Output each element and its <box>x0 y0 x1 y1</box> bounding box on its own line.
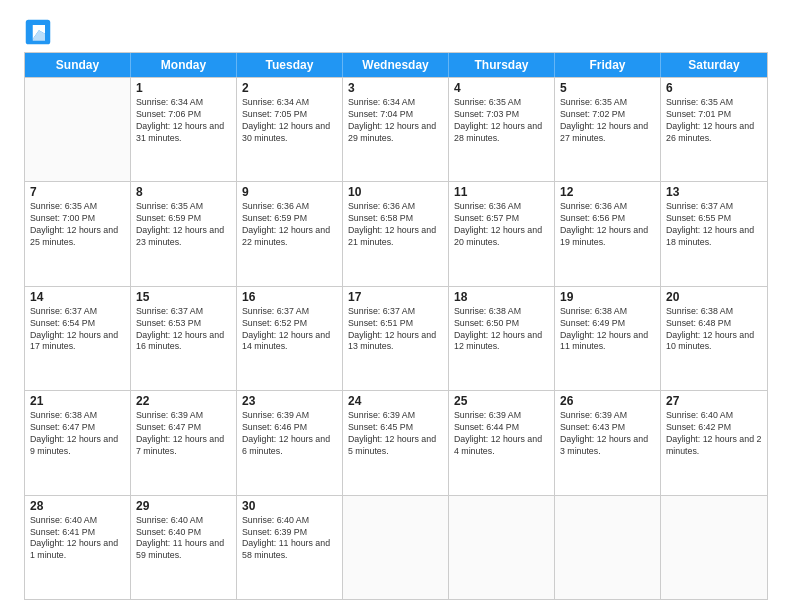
day-info: Sunrise: 6:40 AM Sunset: 6:39 PM Dayligh… <box>242 515 337 563</box>
week-row-4: 21Sunrise: 6:38 AM Sunset: 6:47 PM Dayli… <box>25 390 767 494</box>
day-number: 2 <box>242 81 337 95</box>
day-cell-9: 9Sunrise: 6:36 AM Sunset: 6:59 PM Daylig… <box>237 182 343 285</box>
day-cell-24: 24Sunrise: 6:39 AM Sunset: 6:45 PM Dayli… <box>343 391 449 494</box>
day-number: 10 <box>348 185 443 199</box>
day-cell-5: 5Sunrise: 6:35 AM Sunset: 7:02 PM Daylig… <box>555 78 661 181</box>
day-info: Sunrise: 6:37 AM Sunset: 6:52 PM Dayligh… <box>242 306 337 354</box>
day-info: Sunrise: 6:34 AM Sunset: 7:06 PM Dayligh… <box>136 97 231 145</box>
day-info: Sunrise: 6:38 AM Sunset: 6:49 PM Dayligh… <box>560 306 655 354</box>
day-number: 15 <box>136 290 231 304</box>
day-cell-empty <box>25 78 131 181</box>
header-day-friday: Friday <box>555 53 661 77</box>
day-cell-11: 11Sunrise: 6:36 AM Sunset: 6:57 PM Dayli… <box>449 182 555 285</box>
day-cell-empty <box>661 496 767 599</box>
day-info: Sunrise: 6:39 AM Sunset: 6:47 PM Dayligh… <box>136 410 231 458</box>
day-info: Sunrise: 6:40 AM Sunset: 6:40 PM Dayligh… <box>136 515 231 563</box>
day-number: 19 <box>560 290 655 304</box>
calendar-body: 1Sunrise: 6:34 AM Sunset: 7:06 PM Daylig… <box>25 77 767 599</box>
day-number: 22 <box>136 394 231 408</box>
day-info: Sunrise: 6:35 AM Sunset: 7:00 PM Dayligh… <box>30 201 125 249</box>
day-info: Sunrise: 6:37 AM Sunset: 6:51 PM Dayligh… <box>348 306 443 354</box>
day-info: Sunrise: 6:38 AM Sunset: 6:47 PM Dayligh… <box>30 410 125 458</box>
day-number: 21 <box>30 394 125 408</box>
day-info: Sunrise: 6:34 AM Sunset: 7:05 PM Dayligh… <box>242 97 337 145</box>
day-cell-2: 2Sunrise: 6:34 AM Sunset: 7:05 PM Daylig… <box>237 78 343 181</box>
week-row-1: 1Sunrise: 6:34 AM Sunset: 7:06 PM Daylig… <box>25 77 767 181</box>
day-cell-20: 20Sunrise: 6:38 AM Sunset: 6:48 PM Dayli… <box>661 287 767 390</box>
day-cell-12: 12Sunrise: 6:36 AM Sunset: 6:56 PM Dayli… <box>555 182 661 285</box>
page: SundayMondayTuesdayWednesdayThursdayFrid… <box>0 0 792 612</box>
day-number: 4 <box>454 81 549 95</box>
day-info: Sunrise: 6:35 AM Sunset: 7:01 PM Dayligh… <box>666 97 762 145</box>
day-cell-8: 8Sunrise: 6:35 AM Sunset: 6:59 PM Daylig… <box>131 182 237 285</box>
day-cell-7: 7Sunrise: 6:35 AM Sunset: 7:00 PM Daylig… <box>25 182 131 285</box>
day-number: 7 <box>30 185 125 199</box>
day-number: 24 <box>348 394 443 408</box>
week-row-2: 7Sunrise: 6:35 AM Sunset: 7:00 PM Daylig… <box>25 181 767 285</box>
day-cell-18: 18Sunrise: 6:38 AM Sunset: 6:50 PM Dayli… <box>449 287 555 390</box>
day-cell-6: 6Sunrise: 6:35 AM Sunset: 7:01 PM Daylig… <box>661 78 767 181</box>
day-number: 27 <box>666 394 762 408</box>
day-info: Sunrise: 6:39 AM Sunset: 6:45 PM Dayligh… <box>348 410 443 458</box>
day-cell-17: 17Sunrise: 6:37 AM Sunset: 6:51 PM Dayli… <box>343 287 449 390</box>
day-cell-25: 25Sunrise: 6:39 AM Sunset: 6:44 PM Dayli… <box>449 391 555 494</box>
day-cell-empty <box>343 496 449 599</box>
day-number: 8 <box>136 185 231 199</box>
day-number: 12 <box>560 185 655 199</box>
day-cell-26: 26Sunrise: 6:39 AM Sunset: 6:43 PM Dayli… <box>555 391 661 494</box>
day-number: 25 <box>454 394 549 408</box>
day-cell-28: 28Sunrise: 6:40 AM Sunset: 6:41 PM Dayli… <box>25 496 131 599</box>
day-cell-23: 23Sunrise: 6:39 AM Sunset: 6:46 PM Dayli… <box>237 391 343 494</box>
day-info: Sunrise: 6:37 AM Sunset: 6:53 PM Dayligh… <box>136 306 231 354</box>
day-info: Sunrise: 6:38 AM Sunset: 6:48 PM Dayligh… <box>666 306 762 354</box>
day-number: 1 <box>136 81 231 95</box>
day-number: 30 <box>242 499 337 513</box>
day-number: 28 <box>30 499 125 513</box>
calendar: SundayMondayTuesdayWednesdayThursdayFrid… <box>24 52 768 600</box>
day-cell-27: 27Sunrise: 6:40 AM Sunset: 6:42 PM Dayli… <box>661 391 767 494</box>
day-number: 9 <box>242 185 337 199</box>
day-info: Sunrise: 6:36 AM Sunset: 6:56 PM Dayligh… <box>560 201 655 249</box>
day-info: Sunrise: 6:38 AM Sunset: 6:50 PM Dayligh… <box>454 306 549 354</box>
day-info: Sunrise: 6:35 AM Sunset: 7:02 PM Dayligh… <box>560 97 655 145</box>
day-cell-empty <box>449 496 555 599</box>
day-number: 26 <box>560 394 655 408</box>
header-day-saturday: Saturday <box>661 53 767 77</box>
day-cell-19: 19Sunrise: 6:38 AM Sunset: 6:49 PM Dayli… <box>555 287 661 390</box>
day-info: Sunrise: 6:37 AM Sunset: 6:54 PM Dayligh… <box>30 306 125 354</box>
day-cell-21: 21Sunrise: 6:38 AM Sunset: 6:47 PM Dayli… <box>25 391 131 494</box>
day-info: Sunrise: 6:40 AM Sunset: 6:41 PM Dayligh… <box>30 515 125 563</box>
day-number: 3 <box>348 81 443 95</box>
day-info: Sunrise: 6:37 AM Sunset: 6:55 PM Dayligh… <box>666 201 762 249</box>
day-info: Sunrise: 6:35 AM Sunset: 7:03 PM Dayligh… <box>454 97 549 145</box>
day-number: 17 <box>348 290 443 304</box>
day-info: Sunrise: 6:34 AM Sunset: 7:04 PM Dayligh… <box>348 97 443 145</box>
header-day-wednesday: Wednesday <box>343 53 449 77</box>
day-number: 6 <box>666 81 762 95</box>
day-cell-10: 10Sunrise: 6:36 AM Sunset: 6:58 PM Dayli… <box>343 182 449 285</box>
day-info: Sunrise: 6:39 AM Sunset: 6:44 PM Dayligh… <box>454 410 549 458</box>
day-info: Sunrise: 6:36 AM Sunset: 6:59 PM Dayligh… <box>242 201 337 249</box>
day-info: Sunrise: 6:39 AM Sunset: 6:43 PM Dayligh… <box>560 410 655 458</box>
header-day-thursday: Thursday <box>449 53 555 77</box>
header <box>24 18 768 46</box>
day-number: 11 <box>454 185 549 199</box>
day-cell-empty <box>555 496 661 599</box>
day-number: 23 <box>242 394 337 408</box>
day-cell-30: 30Sunrise: 6:40 AM Sunset: 6:39 PM Dayli… <box>237 496 343 599</box>
day-info: Sunrise: 6:36 AM Sunset: 6:57 PM Dayligh… <box>454 201 549 249</box>
day-cell-13: 13Sunrise: 6:37 AM Sunset: 6:55 PM Dayli… <box>661 182 767 285</box>
week-row-5: 28Sunrise: 6:40 AM Sunset: 6:41 PM Dayli… <box>25 495 767 599</box>
day-cell-22: 22Sunrise: 6:39 AM Sunset: 6:47 PM Dayli… <box>131 391 237 494</box>
logo-icon <box>24 18 52 46</box>
header-day-sunday: Sunday <box>25 53 131 77</box>
day-cell-4: 4Sunrise: 6:35 AM Sunset: 7:03 PM Daylig… <box>449 78 555 181</box>
day-info: Sunrise: 6:39 AM Sunset: 6:46 PM Dayligh… <box>242 410 337 458</box>
day-cell-14: 14Sunrise: 6:37 AM Sunset: 6:54 PM Dayli… <box>25 287 131 390</box>
day-info: Sunrise: 6:36 AM Sunset: 6:58 PM Dayligh… <box>348 201 443 249</box>
header-day-tuesday: Tuesday <box>237 53 343 77</box>
day-number: 18 <box>454 290 549 304</box>
day-info: Sunrise: 6:40 AM Sunset: 6:42 PM Dayligh… <box>666 410 762 458</box>
week-row-3: 14Sunrise: 6:37 AM Sunset: 6:54 PM Dayli… <box>25 286 767 390</box>
day-cell-15: 15Sunrise: 6:37 AM Sunset: 6:53 PM Dayli… <box>131 287 237 390</box>
